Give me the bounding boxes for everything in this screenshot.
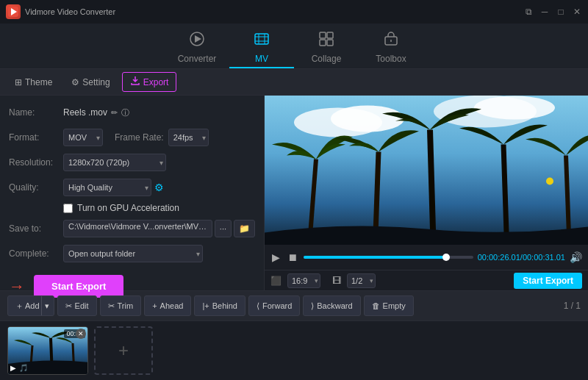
gpu-checkbox[interactable] [63, 204, 73, 213]
svg-rect-12 [327, 40, 333, 46]
format-select-wrap: MOV MP4 AVI [63, 129, 103, 146]
forward-icon: ⟨ [257, 301, 259, 311]
sub-toolbar: ⊞ Theme ⚙ Setting Export [0, 69, 588, 96]
film-clip-1[interactable]: ✕ 00:31 ▶ 🎵 [7, 326, 88, 375]
forward-btn[interactable]: ⟨ Forward [248, 295, 300, 316]
arrow-right-icon: → [9, 277, 25, 296]
minimize-btn[interactable]: ─ [539, 7, 550, 17]
tab-converter-label: Converter [178, 54, 217, 64]
title-bar-left: Vidmore Video Converter [6, 4, 115, 19]
name-value: Reels .mov ✏ ⓘ [63, 107, 129, 118]
svg-point-19 [474, 96, 555, 120]
quality-settings-icon[interactable]: ⚙ [154, 182, 164, 193]
time-total: 00:00:31.01 [523, 253, 565, 262]
theme-btn[interactable]: ⊞ Theme [7, 74, 60, 90]
stop-btn[interactable]: ⏹ [286, 250, 299, 265]
close-btn[interactable]: ✕ [572, 7, 582, 17]
converter-icon [189, 31, 205, 51]
start-export-button[interactable]: Start Export [34, 275, 123, 298]
time-current: 00:00:26.01 [478, 253, 520, 262]
trim-label: Trim [118, 301, 134, 310]
video-secondary: ⬛ 16:9 4:3 1:1 🎞 1/2 2/2 Start Export [265, 270, 588, 290]
export-icon [130, 76, 140, 88]
bottom-toolbar: ＋ Add ▾ ✂ Edit ✂ Trim + Ahead |+ Behind … [0, 290, 588, 321]
complete-select-wrap: Open output folder Do nothing [63, 245, 203, 262]
complete-row: Complete: Open output folder Do nothing [9, 244, 255, 263]
add-icon: ＋ [15, 301, 24, 312]
play-btn[interactable]: ▶ [270, 250, 282, 265]
resolution-select-wrap: 1280x720 (720p) 1920x1080 (1080p) [63, 154, 166, 171]
maximize-btn[interactable]: □ [556, 7, 566, 17]
add-btn-group: ＋ Add ▾ [7, 295, 54, 316]
start-export-area: → Start Export [9, 275, 255, 298]
quality-select[interactable]: High Quality Medium Quality [63, 179, 151, 196]
quality-select-wrap: High Quality Medium Quality [63, 179, 151, 196]
svg-point-17 [331, 106, 404, 132]
film-overlay: ✕ 00:31 ▶ 🎵 [8, 327, 87, 374]
add-clip-icon: + [118, 340, 129, 361]
folder-btn[interactable]: 📁 [234, 220, 255, 237]
export-label: Export [143, 77, 169, 87]
gpu-row: Turn on GPU Acceleration [9, 203, 255, 213]
complete-select[interactable]: Open output folder Do nothing [63, 245, 203, 262]
framerate-select[interactable]: 24fps 30fps 60fps [168, 129, 209, 146]
film-audio-icon[interactable]: 🎵 [19, 364, 28, 372]
tab-collage[interactable]: Collage [294, 27, 359, 68]
info-icon[interactable]: ⓘ [121, 107, 129, 118]
progress-bar[interactable] [304, 256, 473, 259]
forward-label: Forward [262, 301, 292, 310]
behind-label: Behind [212, 301, 237, 310]
tab-collage-label: Collage [312, 54, 342, 64]
save-path: C:\Vidmore\Vidmore V...onverter\MV Expor… [63, 220, 212, 237]
quality-row: Quality: High Quality Medium Quality ⚙ [9, 178, 255, 197]
tab-mv[interactable]: MV [229, 27, 294, 68]
framerate-label: Frame Rate: [115, 132, 164, 143]
behind-btn[interactable]: |+ Behind [194, 295, 245, 316]
collage-icon [318, 31, 334, 51]
tab-mv-label: MV [255, 54, 268, 64]
backward-icon: ⟩ [311, 301, 314, 311]
name-label: Name: [9, 107, 63, 118]
film-close-btn[interactable]: ✕ [76, 329, 86, 339]
resolution-select[interactable]: 1280x720 (720p) 1920x1080 (1080p) [63, 154, 166, 171]
backward-btn[interactable]: ⟩ Backward [303, 295, 360, 316]
tab-toolbox-label: Toolbox [376, 54, 406, 64]
restore-btn[interactable]: ⧉ [523, 7, 534, 17]
app-icon [6, 4, 21, 19]
tab-converter[interactable]: Converter [165, 27, 229, 68]
save-to-row: Save to: C:\Vidmore\Vidmore V...onverter… [9, 219, 255, 238]
dots-btn[interactable]: ··· [215, 220, 232, 237]
export-btn[interactable]: Export [122, 72, 177, 92]
time-display: 00:00:26.01/00:00:31.01 [478, 253, 565, 262]
ratio-select[interactable]: 16:9 4:3 1:1 [287, 273, 320, 288]
edit-icon: ✂ [65, 301, 72, 311]
film-play-icon[interactable]: ▶ [10, 364, 16, 372]
edit-btn[interactable]: ✂ Edit [57, 295, 97, 316]
start-export-right-btn[interactable]: Start Export [514, 273, 582, 289]
volume-icon[interactable]: 🔊 [570, 251, 582, 263]
mv-icon [254, 31, 270, 51]
svg-rect-9 [320, 32, 326, 38]
empty-btn[interactable]: 🗑 Empty [364, 295, 414, 316]
add-caret[interactable]: ▾ [41, 296, 49, 315]
ahead-btn[interactable]: + Ahead [144, 295, 191, 316]
filmstrip: ✕ 00:31 ▶ 🎵 + [0, 321, 588, 380]
page-count: 1 / 1 [564, 301, 581, 311]
backward-label: Backward [317, 301, 352, 310]
video-preview [265, 96, 588, 245]
add-clip-btn[interactable]: + [94, 326, 153, 375]
ratio-select-wrap: 16:9 4:3 1:1 [287, 273, 320, 288]
edit-icon[interactable]: ✏ [111, 108, 118, 118]
tab-toolbox[interactable]: Toolbox [359, 27, 423, 68]
svg-rect-4 [255, 34, 268, 44]
add-label[interactable]: Add [25, 301, 40, 310]
empty-label: Empty [383, 301, 406, 310]
framerate-select-wrap: 24fps 30fps 60fps [168, 129, 209, 146]
toolbox-icon [383, 31, 399, 51]
svg-point-25 [546, 178, 553, 185]
format-select[interactable]: MOV MP4 AVI [63, 129, 103, 146]
trim-icon: ✂ [108, 301, 115, 311]
trim-btn[interactable]: ✂ Trim [100, 295, 142, 316]
setting-btn[interactable]: ⚙ Setting [64, 74, 117, 90]
clip-select[interactable]: 1/2 2/2 [347, 273, 376, 288]
